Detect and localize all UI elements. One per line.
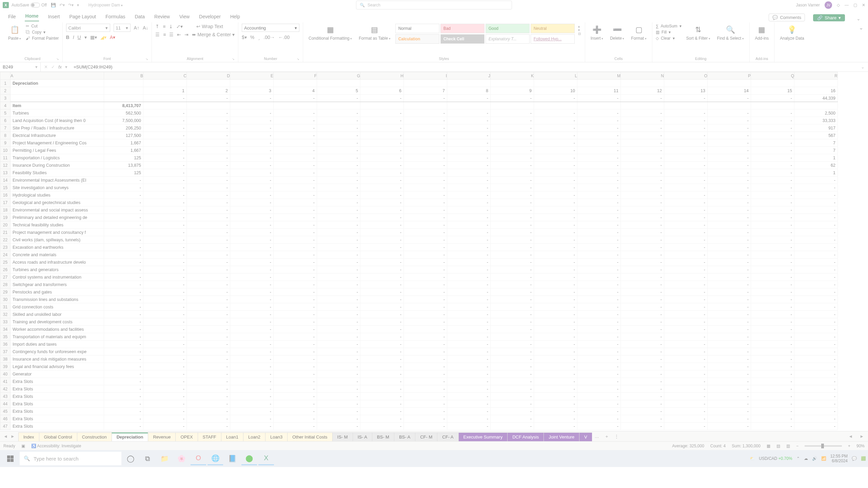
cell[interactable]: - xyxy=(577,281,621,288)
cell[interactable]: - xyxy=(360,273,404,281)
row-header[interactable]: 44 xyxy=(0,400,11,408)
cell[interactable]: - xyxy=(621,169,664,177)
row-header[interactable]: 19 xyxy=(0,214,11,221)
cell[interactable]: - xyxy=(577,423,621,430)
cell[interactable]: - xyxy=(577,221,621,229)
cell[interactable]: - xyxy=(360,214,404,221)
cell[interactable]: - xyxy=(360,408,404,415)
cell[interactable]: - xyxy=(230,423,274,430)
cell[interactable]: - xyxy=(664,408,708,415)
cell[interactable]: - xyxy=(794,259,838,266)
style-check-cell[interactable]: Check Cell xyxy=(440,34,485,44)
cell[interactable]: - xyxy=(317,281,360,288)
cell[interactable]: - xyxy=(187,95,230,102)
cell[interactable]: - xyxy=(577,184,621,191)
cell[interactable] xyxy=(143,80,187,87)
font-color-button[interactable]: A▾ xyxy=(110,35,115,40)
cell[interactable]: - xyxy=(274,199,317,206)
cell[interactable]: - xyxy=(360,266,404,273)
cell[interactable]: - xyxy=(404,259,447,266)
cell[interactable]: - xyxy=(143,109,187,117)
cell[interactable]: - xyxy=(143,124,187,132)
cell[interactable]: Electrical Infrastructure xyxy=(11,132,104,139)
cell[interactable]: - xyxy=(230,363,274,370)
cell[interactable] xyxy=(621,102,664,109)
cell[interactable]: - xyxy=(751,415,794,423)
cell[interactable]: - xyxy=(104,236,143,244)
cell[interactable]: - xyxy=(317,363,360,370)
cell[interactable]: - xyxy=(447,393,491,400)
cell[interactable]: - xyxy=(621,296,664,303)
cell[interactable]: - xyxy=(708,206,751,214)
cell[interactable]: - xyxy=(274,311,317,318)
cell[interactable]: 562,500 xyxy=(104,109,143,117)
tab-help[interactable]: Help xyxy=(230,12,241,21)
cell[interactable]: - xyxy=(187,355,230,363)
cell[interactable]: - xyxy=(317,318,360,326)
cell[interactable]: - xyxy=(447,311,491,318)
ticker-widget[interactable]: USD/CAD +0.70% xyxy=(759,456,792,461)
cell[interactable]: - xyxy=(621,139,664,147)
row-header[interactable]: 12 xyxy=(0,162,11,169)
cell[interactable]: - xyxy=(187,288,230,296)
percent-format-icon[interactable]: % xyxy=(250,35,254,40)
cell[interactable]: - xyxy=(447,408,491,415)
cell[interactable]: - xyxy=(491,266,534,273)
cell[interactable]: 44,339 xyxy=(794,95,838,102)
underline-button[interactable]: U xyxy=(78,35,81,40)
cell[interactable]: - xyxy=(447,281,491,288)
cell[interactable]: - xyxy=(664,281,708,288)
cell[interactable]: - xyxy=(708,333,751,341)
cell[interactable]: - xyxy=(230,318,274,326)
cell[interactable]: - xyxy=(187,169,230,177)
cell[interactable]: - xyxy=(664,251,708,259)
cell[interactable]: - xyxy=(274,281,317,288)
cell[interactable]: - xyxy=(534,400,577,408)
cell[interactable]: - xyxy=(708,154,751,162)
cell[interactable] xyxy=(534,80,577,87)
sheet-tab[interactable]: Loan2 xyxy=(243,432,265,441)
row-header[interactable]: 1 xyxy=(0,80,11,87)
cell[interactable]: - xyxy=(794,229,838,236)
cell[interactable]: - xyxy=(577,191,621,199)
cell[interactable]: - xyxy=(317,214,360,221)
cell[interactable]: 917 xyxy=(794,124,838,132)
search-box[interactable]: 🔍 Search xyxy=(356,1,512,9)
cell[interactable]: - xyxy=(187,393,230,400)
styles-more-icon[interactable]: ⊟ xyxy=(578,32,581,36)
cell[interactable]: - xyxy=(187,251,230,259)
cell[interactable]: - xyxy=(447,214,491,221)
cell[interactable]: - xyxy=(751,385,794,393)
cell[interactable]: - xyxy=(751,326,794,333)
cell[interactable]: 2,500 xyxy=(794,109,838,117)
cell[interactable]: - xyxy=(360,177,404,184)
cell[interactable]: - xyxy=(230,288,274,296)
accounting-format-icon[interactable]: $▾ xyxy=(242,35,247,40)
cell[interactable]: - xyxy=(708,214,751,221)
cell[interactable]: - xyxy=(230,244,274,251)
taskbar-search[interactable]: 🔍Type here to search xyxy=(20,452,121,465)
cell[interactable]: - xyxy=(104,251,143,259)
cell[interactable]: Switchgear and transformers xyxy=(11,281,104,288)
cell[interactable]: Geological and geotechnical studies xyxy=(11,199,104,206)
cell[interactable]: - xyxy=(317,385,360,393)
cell[interactable]: - xyxy=(491,378,534,385)
cell[interactable]: - xyxy=(794,385,838,393)
cell[interactable]: - xyxy=(577,408,621,415)
cell[interactable]: - xyxy=(534,326,577,333)
cell[interactable]: - xyxy=(794,423,838,430)
cell[interactable]: - xyxy=(317,251,360,259)
cell[interactable]: - xyxy=(274,378,317,385)
cell[interactable]: - xyxy=(664,236,708,244)
tab-scroll-right-icon[interactable]: ► xyxy=(11,434,15,439)
cell[interactable]: 5 xyxy=(317,87,360,95)
cell[interactable]: - xyxy=(274,124,317,132)
cell[interactable]: - xyxy=(708,326,751,333)
sheet-tab[interactable]: Loan1 xyxy=(221,432,243,441)
cell[interactable]: - xyxy=(751,184,794,191)
cell[interactable] xyxy=(317,80,360,87)
cell[interactable]: Legal and financial advisory fees xyxy=(11,363,104,370)
cell[interactable]: - xyxy=(534,124,577,132)
cell[interactable]: - xyxy=(708,355,751,363)
cell[interactable]: 13,875 xyxy=(104,162,143,169)
